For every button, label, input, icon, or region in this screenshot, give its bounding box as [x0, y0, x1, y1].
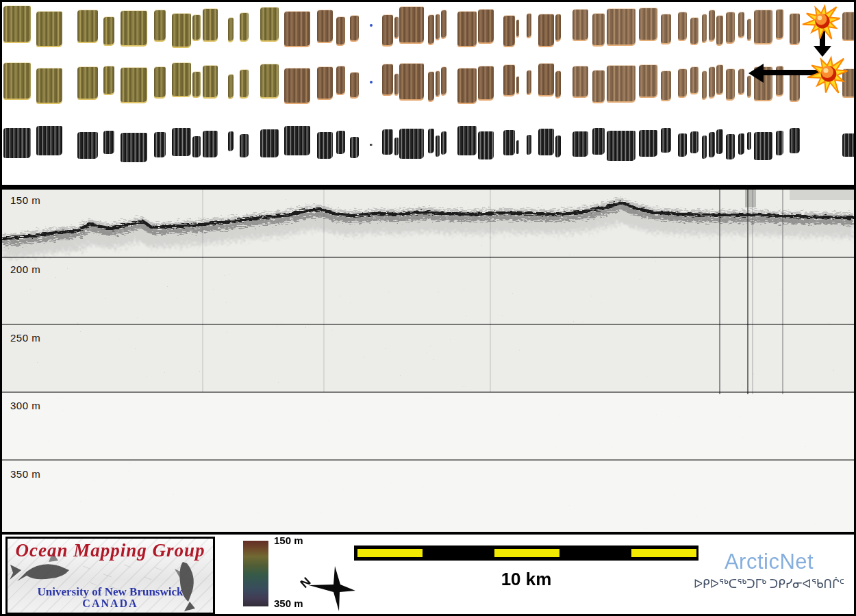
- swath-patch: [77, 10, 98, 42]
- swath-patch: [203, 9, 218, 40]
- swath-patch: [842, 12, 856, 40]
- swath-patch: [284, 68, 310, 103]
- swath-patch: [154, 10, 166, 40]
- swath-patch: [503, 65, 515, 95]
- swath-patch: [709, 132, 715, 157]
- arcticnet-logo: ArcticNet ᐅᑭᐅᖅᑕᖅᑐᒥᒃ ᑐᑭᓯᓂᐊᖃᑎᒌᑦ: [683, 550, 855, 591]
- swath-patch: [457, 126, 477, 155]
- swath-patch: [36, 12, 62, 46]
- depth-label: 200 m: [10, 264, 40, 275]
- swath-patch: [747, 19, 751, 40]
- swath-patch: [516, 140, 519, 154]
- swath-patch: [394, 138, 399, 155]
- depth-label: 250 m: [10, 332, 40, 344]
- omg-university: University of New Brunswick: [8, 585, 213, 599]
- swath-patch: [192, 136, 201, 157]
- swath-patch: [336, 131, 345, 154]
- swath-patch: [240, 70, 249, 97]
- swath-patch: [607, 131, 635, 161]
- swath-patch: [702, 136, 707, 159]
- swath-patch: [790, 14, 800, 44]
- swath-patch: [260, 8, 279, 40]
- echogram-plot: [2, 190, 854, 532]
- swath-patch: [592, 128, 605, 155]
- swath-patch: [527, 14, 531, 37]
- swath-row-bottom: [2, 124, 854, 164]
- swath-patch: [709, 67, 715, 97]
- swath-patch: [228, 18, 234, 41]
- swath-patch: [747, 132, 751, 150]
- swath-patch: [428, 15, 434, 44]
- swath-patch: [457, 68, 477, 103]
- swath-patch: [77, 132, 98, 159]
- swath-patch: [436, 136, 440, 157]
- swath-patch: [399, 7, 424, 42]
- swath-patch: [103, 17, 114, 44]
- swath-patch: [538, 129, 554, 155]
- swath-patch: [382, 15, 393, 45]
- ocean-mapping-group-logo: Ocean Mapping Group University of New Br…: [5, 537, 215, 615]
- swath-patch: [3, 63, 31, 99]
- swath-patch: [260, 64, 279, 97]
- swath-patch: [709, 10, 715, 40]
- swath-patch: [572, 66, 588, 97]
- scalebar-segment: [494, 549, 559, 557]
- swath-row-top: [2, 6, 854, 49]
- swath-patch: [776, 10, 783, 38]
- swath-patch: [436, 71, 440, 96]
- swath-patch: [478, 66, 494, 99]
- swath-patch: [350, 137, 359, 158]
- swath-patch: [172, 63, 191, 96]
- depth-colorbar: [243, 541, 268, 606]
- swath-patch: [172, 14, 191, 47]
- swath-patch: [516, 20, 519, 36]
- swath-patch: [77, 67, 98, 99]
- colorbar-noise-texture: [243, 541, 268, 606]
- swath-patch: [690, 67, 698, 93]
- depth-label: 300 m: [10, 400, 40, 411]
- swath-patch: [370, 24, 373, 27]
- swath-patch: [203, 131, 218, 157]
- swath-patch: [690, 131, 698, 153]
- swath-patch: [572, 10, 588, 40]
- swath-patch: [260, 129, 279, 157]
- swath-patch: [538, 64, 554, 95]
- swath-patch: [555, 71, 561, 97]
- swath-patch: [716, 16, 723, 44]
- swath-patch: [726, 69, 735, 99]
- swath-patch: [121, 11, 147, 45]
- swath-patch: [284, 12, 310, 46]
- arcticnet-name: ArcticNet: [683, 550, 855, 574]
- swath-patch: [121, 68, 147, 102]
- swath-patch: [478, 131, 494, 159]
- swath-patch: [790, 128, 800, 153]
- swath-patch: [639, 8, 657, 40]
- swath-patch: [172, 128, 191, 156]
- swath-patch: [592, 70, 605, 102]
- swath-patch: [394, 74, 399, 94]
- swath-patch: [790, 70, 800, 101]
- swath-patch: [370, 81, 373, 84]
- swath-patch: [36, 68, 62, 103]
- swath-patch: [726, 134, 735, 159]
- depth-label: 350 m: [10, 468, 40, 480]
- panel-divider: [2, 185, 854, 190]
- swath-patch: [399, 129, 424, 159]
- swath-patch: [690, 18, 698, 44]
- swath-patch: [240, 134, 249, 157]
- swath-patch: [754, 67, 772, 100]
- swath-patch: [382, 64, 393, 94]
- swath-patch: [639, 65, 657, 97]
- swath-patch: [154, 67, 166, 97]
- swath-patch: [336, 66, 345, 94]
- swath-patch: [592, 14, 605, 45]
- swath-patch: [428, 72, 434, 101]
- swath-patch: [240, 13, 249, 40]
- subbottom-echogram-panel: 150 m200 m250 m300 m350 m: [2, 190, 854, 532]
- swath-patch: [726, 12, 735, 42]
- swath-patch: [382, 129, 393, 155]
- swath-patch: [228, 131, 234, 151]
- swath-patch: [370, 144, 373, 146]
- colorbar-top-label: 150 m: [274, 535, 303, 546]
- swath-patch: [555, 136, 561, 157]
